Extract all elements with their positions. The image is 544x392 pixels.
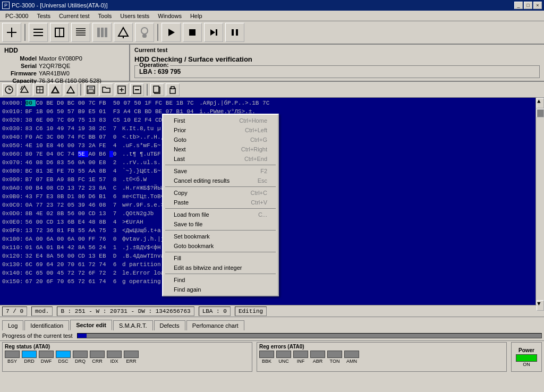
- tab-defects[interactable]: Defects: [154, 320, 185, 330]
- svg-rect-23: [236, 29, 238, 36]
- svg-rect-11: [97, 28, 100, 37]
- menu-users-tests[interactable]: Users tests: [116, 12, 154, 20]
- reg-error-label: ABR: [313, 359, 323, 364]
- t2-btn-2[interactable]: [18, 83, 31, 96]
- menu-current-test[interactable]: Current test: [55, 12, 94, 20]
- status-sector: 7 / 0: [2, 306, 27, 316]
- ctx-item[interactable]: Cancel editing resultsEsc: [163, 176, 278, 185]
- ctx-item[interactable]: Set bookmark: [163, 232, 278, 241]
- context-menu[interactable]: FirstCtrl+HomePriorCtrl+LeftGotoCtrl+GNe…: [162, 114, 279, 296]
- tab-log[interactable]: Log: [2, 320, 23, 330]
- firmware-value: YAR41BW0: [39, 70, 70, 76]
- ctx-item[interactable]: Find: [163, 275, 278, 285]
- close-button[interactable]: ×: [533, 2, 542, 9]
- svg-line-28: [21, 86, 22, 90]
- ctx-item[interactable]: PasteCtrl+V: [163, 198, 278, 207]
- reg-label: ERR: [126, 359, 136, 364]
- toolbar-play-btn[interactable]: [162, 23, 181, 42]
- reg-error-led: [276, 351, 291, 358]
- minimize-button[interactable]: _: [514, 2, 523, 9]
- title-bar-buttons[interactable]: _ □ ×: [514, 2, 542, 9]
- maximize-button[interactable]: □: [524, 2, 532, 9]
- reg-error-item-unc: UNC: [276, 351, 291, 364]
- ctx-separator: [165, 165, 276, 165]
- ctx-item[interactable]: NextCtrl+Right: [163, 144, 278, 154]
- ctx-item[interactable]: FirstCtrl+Home: [163, 116, 278, 125]
- t2-btn-6[interactable]: [115, 83, 129, 96]
- t2-btn-1[interactable]: [2, 83, 16, 96]
- hex-scrollbar[interactable]: ▲ ▼: [536, 98, 544, 305]
- ctx-item[interactable]: Load from fileC...: [163, 210, 278, 219]
- toolbar-btn-1[interactable]: [2, 23, 21, 42]
- t2-btn-3[interactable]: [33, 83, 47, 96]
- ctx-item[interactable]: Find again: [163, 285, 278, 294]
- ctx-item[interactable]: PriorCtrl+Left: [163, 125, 278, 135]
- reg-led: [5, 351, 20, 358]
- menu-help[interactable]: Help: [186, 12, 207, 20]
- ctx-item[interactable]: GotoCtrl+G: [163, 135, 278, 144]
- t2-btn-paste[interactable]: [166, 83, 180, 96]
- toolbar-btn-3[interactable]: [50, 23, 69, 42]
- serial-value: Y2QR7BQE: [39, 63, 70, 69]
- progress-area: Progress of the current test: [0, 330, 544, 341]
- ctx-item[interactable]: Edit as bitwize and integer: [163, 263, 278, 272]
- operation-label: Operation:: [138, 62, 170, 68]
- hex-line[interactable]: 0x000:00 C0 BE D0 BC 00 7C FB 50 07 50 1…: [2, 99, 533, 107]
- power-led: [516, 354, 537, 362]
- t2-btn-5[interactable]: [64, 83, 78, 96]
- tab-sector-edit[interactable]: Sector edit: [70, 320, 112, 330]
- reg-label: DRD: [24, 359, 35, 364]
- toolbar-skip-btn[interactable]: [204, 23, 223, 42]
- toolbar-pause-btn[interactable]: [225, 23, 244, 42]
- tab-bar: LogIdentificationSector editS.M.A.R.T.De…: [0, 317, 544, 330]
- ctx-item[interactable]: CopyCtrl+C: [163, 188, 278, 198]
- reg-error-led: [310, 351, 325, 358]
- menu-pc3000[interactable]: PC-3000: [1, 12, 32, 20]
- t2-btn-open[interactable]: [99, 83, 113, 96]
- toolbar-btn-2[interactable]: [29, 23, 48, 42]
- toolbar-stop-btn[interactable]: [183, 23, 202, 42]
- tab-s-m-a-r-t-[interactable]: S.M.A.R.T.: [113, 320, 153, 330]
- reg-error-led: [327, 351, 342, 358]
- t2-btn-7[interactable]: [130, 83, 144, 96]
- ctx-separator: [165, 208, 276, 209]
- reg-error-label: UNC: [278, 359, 289, 364]
- reg-error-label: TON: [330, 359, 340, 364]
- svg-rect-13: [105, 28, 107, 37]
- reg-label: DRQ: [75, 359, 86, 364]
- title-text: PC-3000 - [Universal Utilities(ATA-0)]: [12, 2, 108, 8]
- reg-errors-title: Reg errors (ATA0): [259, 344, 504, 350]
- ctx-item[interactable]: LastCtrl+End: [163, 154, 278, 164]
- reg-error-label: BBK: [262, 359, 271, 364]
- toolbar-btn-7[interactable]: [135, 23, 154, 42]
- reg-label: DSC: [58, 359, 68, 364]
- t2-btn-save[interactable]: [84, 83, 98, 96]
- menu-tools[interactable]: Tools: [94, 12, 116, 20]
- svg-point-16: [141, 28, 148, 34]
- model-label: Model: [2, 55, 37, 62]
- progress-fill: [78, 334, 87, 338]
- progress-label: Progress of the current test: [2, 333, 73, 339]
- toolbar-btn-4[interactable]: [71, 23, 90, 42]
- ctx-item[interactable]: SaveF2: [163, 166, 278, 176]
- tab-identification[interactable]: Identification: [24, 320, 69, 330]
- toolbar-sep-1: [24, 24, 26, 41]
- toolbar-btn-6[interactable]: [114, 23, 133, 42]
- toolbar2: [0, 82, 544, 98]
- ctx-item[interactable]: Goto bookmark: [163, 241, 278, 251]
- t2-sep-1: [80, 84, 81, 96]
- reg-item-crr: CRR: [90, 351, 105, 364]
- reg-status-items: BSYDRDDWFDSCDRQCRRIDXERR: [5, 351, 250, 364]
- ctx-item[interactable]: Save to file: [163, 219, 278, 229]
- ctx-item[interactable]: Fill: [163, 253, 278, 263]
- t2-btn-4[interactable]: [48, 83, 62, 96]
- reg-item-drd: DRD: [22, 351, 37, 364]
- menu-windows[interactable]: Windows: [154, 12, 186, 20]
- tab-perfomance-chart[interactable]: Perfomance chart: [186, 320, 244, 330]
- status-mod: mod.: [31, 306, 53, 316]
- t2-btn-copy[interactable]: [150, 83, 164, 96]
- menu-tests[interactable]: Tests: [32, 12, 55, 20]
- firmware-label: Firmware: [2, 70, 37, 76]
- reg-led: [107, 351, 122, 358]
- toolbar-btn-5[interactable]: [92, 23, 112, 42]
